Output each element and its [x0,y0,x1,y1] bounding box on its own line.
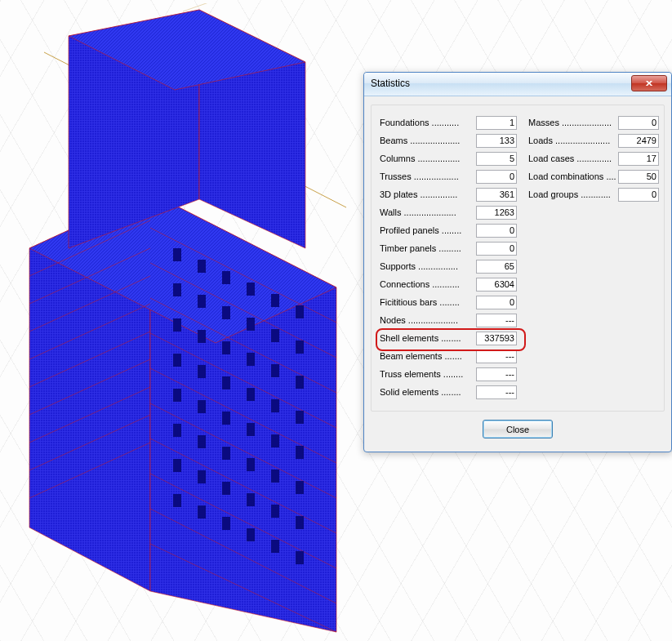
stat-row: Trusses .................. [380,167,517,185]
svg-rect-72 [173,494,181,507]
stat-value-field[interactable] [476,332,517,345]
stat-label: Truss elements ........ [380,369,476,379]
structural-model-viewport[interactable]: Statistics x Foundations ...........Beam… [0,0,672,641]
svg-line-27 [29,387,150,443]
stat-value-field[interactable] [618,152,659,166]
svg-rect-37 [198,295,206,308]
stat-row: Connections ........... [380,275,517,293]
stat-row: Nodes .................... [380,311,517,329]
stat-value-field[interactable] [618,188,659,202]
svg-rect-53 [296,411,304,424]
stat-value-field[interactable] [476,367,517,381]
stat-row: Timber panels ......... [380,239,517,257]
svg-rect-61 [198,435,206,448]
stat-label: Profiled panels ........ [380,225,476,235]
stat-row: Beams .................... [380,131,517,149]
stat-value-field[interactable] [476,152,517,166]
stat-value-field[interactable] [476,278,517,292]
svg-rect-76 [271,540,279,553]
svg-marker-9 [199,10,305,248]
stat-value-field[interactable] [618,170,659,184]
svg-line-16 [150,403,336,498]
stat-label: Loads ...................... [528,136,618,145]
statistics-dialog: Statistics x Foundations ...........Beam… [363,72,672,452]
stat-row: Loads ...................... [528,131,659,149]
stat-label: Ficititious bars ........ [380,297,476,307]
svg-rect-46 [271,364,279,377]
svg-line-25 [29,332,150,387]
svg-line-26 [29,359,150,415]
svg-rect-40 [271,329,279,342]
stat-value-field[interactable] [476,116,517,130]
stat-row: Load groups ............ [528,185,659,203]
stat-value-field[interactable] [476,242,517,256]
stat-label: Connections ........... [380,279,476,289]
svg-rect-47 [296,376,304,389]
stat-value-field[interactable] [618,116,659,130]
statistics-groupbox: Foundations ...........Beams ...........… [371,105,665,412]
svg-rect-55 [198,400,206,413]
svg-rect-74 [222,517,230,530]
svg-line-19 [150,509,336,603]
stat-row: Solid elements ........ [380,383,517,401]
stat-value-field[interactable] [476,170,517,184]
svg-rect-35 [296,305,304,318]
stat-value-field[interactable] [476,134,517,148]
window-close-button[interactable]: x [631,75,667,91]
building-fe-model [11,3,354,635]
stat-label: Load combinations .... [528,171,618,181]
svg-rect-62 [222,447,230,460]
stat-value-field[interactable] [476,224,517,238]
svg-line-28 [29,415,150,470]
stat-row: Masses .................... [528,114,659,131]
stat-label: Beams .................... [380,136,476,145]
svg-rect-54 [173,389,181,402]
stat-label: Solid elements ........ [380,387,476,397]
stat-value-field[interactable] [476,296,517,309]
dialog-body: Foundations ...........Beams ...........… [364,96,671,445]
stat-row: Load combinations .... [528,167,659,185]
stat-row: 3D plates ............... [380,185,517,203]
svg-rect-70 [271,505,279,518]
svg-rect-50 [222,376,230,389]
stat-row: Supports ................ [380,257,517,275]
svg-line-17 [150,438,336,533]
stat-row: Beam elements ....... [380,347,517,365]
svg-rect-42 [173,318,181,332]
svg-line-15 [150,368,336,463]
close-icon: x [646,76,653,89]
svg-line-11 [150,228,336,323]
stat-value-field[interactable] [618,134,659,148]
svg-rect-33 [247,283,255,296]
svg-rect-32 [222,271,230,284]
svg-rect-57 [247,423,255,436]
stat-value-field[interactable] [476,260,517,274]
dialog-titlebar[interactable]: Statistics x [364,73,671,96]
stat-label: Masses .................... [528,118,618,127]
svg-rect-75 [247,528,255,541]
stat-value-field[interactable] [476,188,517,202]
svg-rect-65 [296,481,304,494]
svg-rect-60 [173,424,181,437]
svg-line-20 [150,544,336,632]
svg-rect-73 [198,505,206,519]
stat-label: Trusses .................. [380,171,476,181]
stat-label: Walls ..................... [380,207,476,217]
svg-line-23 [29,276,150,332]
stats-left-column: Foundations ...........Beams ...........… [380,114,517,401]
svg-line-18 [150,474,336,568]
stat-value-field[interactable] [476,349,517,363]
svg-rect-58 [271,434,279,447]
stat-row: Walls ..................... [380,203,517,221]
stat-value-field[interactable] [476,385,517,399]
svg-line-12 [150,263,336,358]
svg-rect-68 [222,482,230,495]
stat-label: Nodes .................... [380,315,476,325]
svg-marker-10 [69,10,305,90]
svg-rect-71 [296,516,304,529]
stat-value-field[interactable] [476,314,517,327]
stat-row: Load cases .............. [528,149,659,167]
close-button[interactable]: Close [483,420,553,438]
stat-value-field[interactable] [476,206,517,220]
svg-rect-31 [198,260,206,273]
